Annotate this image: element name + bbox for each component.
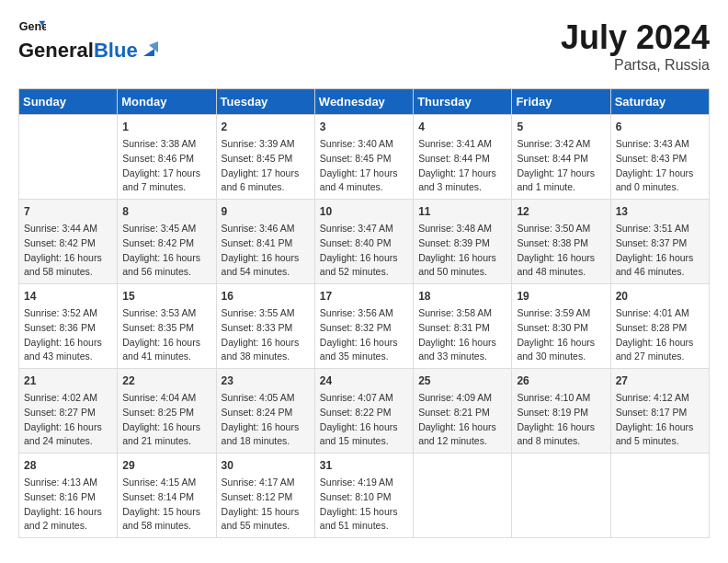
day-info: Sunrise: 3:51 AM Sunset: 8:37 PM Dayligh… [616,222,704,280]
day-number: 29 [122,457,210,474]
day-cell: 9Sunrise: 3:46 AM Sunset: 8:41 PM Daylig… [216,200,314,284]
day-info: Sunrise: 3:56 AM Sunset: 8:32 PM Dayligh… [320,306,408,364]
day-cell: 22Sunrise: 4:04 AM Sunset: 8:25 PM Dayli… [118,369,216,454]
header-cell-monday: Monday [118,89,216,115]
header-cell-friday: Friday [512,89,610,115]
day-cell: 13Sunrise: 3:51 AM Sunset: 8:37 PM Dayli… [610,200,709,284]
day-info: Sunrise: 4:05 AM Sunset: 8:24 PM Dayligh… [222,391,310,449]
header-cell-thursday: Thursday [414,89,512,115]
day-cell: 30Sunrise: 4:17 AM Sunset: 8:12 PM Dayli… [216,454,314,538]
day-info: Sunrise: 3:59 AM Sunset: 8:30 PM Dayligh… [517,306,605,364]
day-cell [414,454,512,538]
day-number: 8 [122,203,210,220]
day-number: 2 [222,119,310,135]
day-number: 28 [24,457,112,474]
day-info: Sunrise: 4:10 AM Sunset: 8:19 PM Dayligh… [517,391,605,449]
day-info: Sunrise: 4:15 AM Sunset: 8:14 PM Dayligh… [122,476,210,534]
day-cell: 3Sunrise: 3:40 AM Sunset: 8:45 PM Daylig… [314,115,413,200]
week-row-5: 28Sunrise: 4:13 AM Sunset: 8:16 PM Dayli… [19,454,710,538]
day-info: Sunrise: 3:42 AM Sunset: 8:44 PM Dayligh… [517,137,605,195]
day-number: 10 [320,203,408,220]
day-info: Sunrise: 4:13 AM Sunset: 8:16 PM Dayligh… [24,476,112,534]
day-number: 1 [122,119,210,135]
day-cell: 14Sunrise: 3:52 AM Sunset: 8:36 PM Dayli… [19,284,118,369]
day-number: 22 [122,373,210,389]
day-number: 16 [222,288,310,304]
page-header: General General Blue July 2024 Partsa, R… [18,18,710,74]
subtitle: Partsa, Russia [561,57,710,74]
main-title: July 2024 [561,18,710,57]
day-info: Sunrise: 4:07 AM Sunset: 8:22 PM Dayligh… [320,391,408,449]
day-number: 14 [24,288,112,304]
day-cell: 2Sunrise: 3:39 AM Sunset: 8:45 PM Daylig… [216,115,314,200]
day-number: 20 [616,288,704,304]
day-cell: 21Sunrise: 4:02 AM Sunset: 8:27 PM Dayli… [19,369,118,454]
day-info: Sunrise: 3:48 AM Sunset: 8:39 PM Dayligh… [418,222,506,280]
day-info: Sunrise: 4:01 AM Sunset: 8:28 PM Dayligh… [616,306,704,364]
header-row: SundayMondayTuesdayWednesdayThursdayFrid… [19,89,710,115]
calendar-header: SundayMondayTuesdayWednesdayThursdayFrid… [19,89,710,115]
day-cell: 24Sunrise: 4:07 AM Sunset: 8:22 PM Dayli… [314,369,413,454]
day-cell: 16Sunrise: 3:55 AM Sunset: 8:33 PM Dayli… [216,284,314,369]
day-cell [512,454,610,538]
header-cell-tuesday: Tuesday [216,89,314,115]
day-cell: 20Sunrise: 4:01 AM Sunset: 8:28 PM Dayli… [610,284,709,369]
day-info: Sunrise: 3:53 AM Sunset: 8:35 PM Dayligh… [122,306,210,364]
day-info: Sunrise: 3:46 AM Sunset: 8:41 PM Dayligh… [222,222,310,280]
day-cell: 25Sunrise: 4:09 AM Sunset: 8:21 PM Dayli… [414,369,512,454]
day-cell: 31Sunrise: 4:19 AM Sunset: 8:10 PM Dayli… [314,454,413,538]
day-number: 18 [418,288,506,304]
day-cell: 1Sunrise: 3:38 AM Sunset: 8:46 PM Daylig… [118,115,216,200]
day-info: Sunrise: 4:17 AM Sunset: 8:12 PM Dayligh… [222,476,310,534]
svg-marker-2 [143,49,154,56]
day-info: Sunrise: 3:40 AM Sunset: 8:45 PM Dayligh… [320,137,408,195]
day-number: 31 [320,457,408,474]
day-number: 5 [517,119,605,135]
day-cell: 4Sunrise: 3:41 AM Sunset: 8:44 PM Daylig… [414,115,512,200]
day-number: 27 [616,373,704,389]
day-info: Sunrise: 3:52 AM Sunset: 8:36 PM Dayligh… [24,306,112,364]
day-cell: 26Sunrise: 4:10 AM Sunset: 8:19 PM Dayli… [512,369,610,454]
day-cell: 7Sunrise: 3:44 AM Sunset: 8:42 PM Daylig… [19,200,118,284]
day-cell: 28Sunrise: 4:13 AM Sunset: 8:16 PM Dayli… [19,454,118,538]
day-info: Sunrise: 3:39 AM Sunset: 8:45 PM Dayligh… [222,137,310,195]
day-cell: 19Sunrise: 3:59 AM Sunset: 8:30 PM Dayli… [512,284,610,369]
day-cell: 11Sunrise: 3:48 AM Sunset: 8:39 PM Dayli… [414,200,512,284]
day-number: 19 [517,288,605,304]
day-number: 15 [122,288,210,304]
week-row-3: 14Sunrise: 3:52 AM Sunset: 8:36 PM Dayli… [19,284,710,369]
day-cell: 18Sunrise: 3:58 AM Sunset: 8:31 PM Dayli… [414,284,512,369]
header-cell-saturday: Saturday [610,89,709,115]
logo-triangle-icon [140,41,158,60]
day-number: 23 [222,373,310,389]
day-cell [19,115,118,200]
day-number: 4 [418,119,506,135]
day-number: 25 [418,373,506,389]
day-info: Sunrise: 4:09 AM Sunset: 8:21 PM Dayligh… [418,391,506,449]
day-cell: 6Sunrise: 3:43 AM Sunset: 8:43 PM Daylig… [610,115,709,200]
day-cell: 27Sunrise: 4:12 AM Sunset: 8:17 PM Dayli… [610,369,709,454]
day-number: 7 [24,203,112,220]
day-info: Sunrise: 4:19 AM Sunset: 8:10 PM Dayligh… [320,476,408,534]
day-info: Sunrise: 3:58 AM Sunset: 8:31 PM Dayligh… [418,306,506,364]
day-number: 3 [320,119,408,135]
week-row-2: 7Sunrise: 3:44 AM Sunset: 8:42 PM Daylig… [19,200,710,284]
day-number: 26 [517,373,605,389]
logo: General General Blue [18,18,158,63]
day-cell: 23Sunrise: 4:05 AM Sunset: 8:24 PM Dayli… [216,369,314,454]
day-number: 17 [320,288,408,304]
day-info: Sunrise: 3:47 AM Sunset: 8:40 PM Dayligh… [320,222,408,280]
week-row-4: 21Sunrise: 4:02 AM Sunset: 8:27 PM Dayli… [19,369,710,454]
day-info: Sunrise: 3:44 AM Sunset: 8:42 PM Dayligh… [24,222,112,280]
day-info: Sunrise: 4:02 AM Sunset: 8:27 PM Dayligh… [24,391,112,449]
day-cell: 17Sunrise: 3:56 AM Sunset: 8:32 PM Dayli… [314,284,413,369]
logo-icon: General [18,18,46,37]
title-block: July 2024 Partsa, Russia [561,18,710,74]
logo-blue-text: Blue [94,39,138,63]
day-info: Sunrise: 3:55 AM Sunset: 8:33 PM Dayligh… [222,306,310,364]
day-info: Sunrise: 3:43 AM Sunset: 8:43 PM Dayligh… [616,137,704,195]
day-number: 9 [222,203,310,220]
day-info: Sunrise: 4:04 AM Sunset: 8:25 PM Dayligh… [122,391,210,449]
day-cell: 29Sunrise: 4:15 AM Sunset: 8:14 PM Dayli… [118,454,216,538]
header-cell-wednesday: Wednesday [314,89,413,115]
